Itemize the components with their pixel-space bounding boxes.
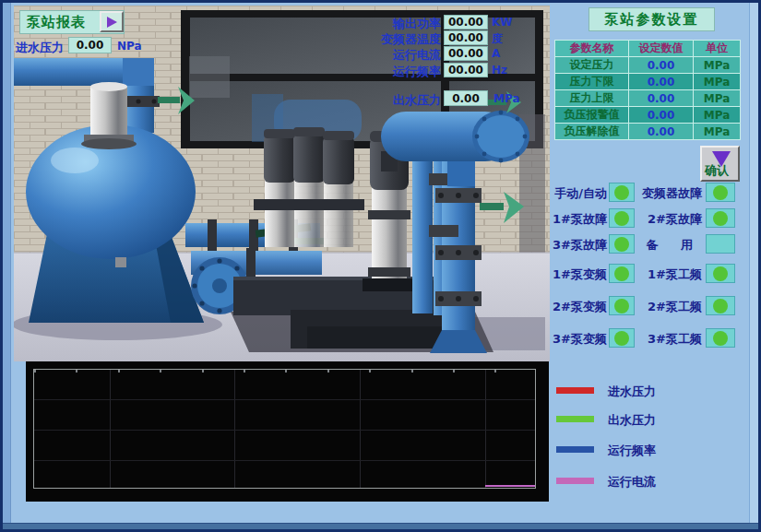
status-label-pump3-vfd: 3#泵变频 <box>519 331 607 348</box>
status-label-pump3-fault: 3#泵故障 <box>519 237 607 254</box>
led-icon <box>713 331 728 346</box>
status-label-vfd-fault: 变频器故障 <box>637 185 702 202</box>
outlet-pressure-value: 0.00 <box>444 90 488 106</box>
param-name: 压力上限 <box>555 90 629 107</box>
led-icon <box>614 237 629 252</box>
legend-label-run-frequency: 运行频率 <box>608 443 656 459</box>
settings-row: 压力下限 0.00 MPa <box>555 74 741 90</box>
param-name: 设定压力 <box>555 57 629 74</box>
legend-swatch-inlet-pressure <box>556 387 594 394</box>
status-led-pump2-fault <box>706 208 735 228</box>
outlet-pressure-label: 出水压力 <box>367 92 441 109</box>
settings-title: 泵站参数设置 <box>589 7 715 31</box>
col-unit: 单位 <box>694 41 741 57</box>
inverter-temp-value: 00.00 <box>444 30 488 45</box>
param-value[interactable]: 0.00 <box>629 57 694 74</box>
inlet-pressure-unit: NPa <box>117 40 142 53</box>
trend-chart <box>26 361 549 502</box>
param-unit: MPa <box>694 57 741 74</box>
led-icon <box>713 299 728 313</box>
frame-bottom-edge <box>3 523 758 529</box>
status-led-pump2-line <box>706 296 735 315</box>
status-led-pump3-line <box>706 328 735 348</box>
legend-swatch-run-frequency <box>556 446 594 453</box>
gridline <box>34 460 535 461</box>
param-name: 负压解除值 <box>555 124 629 140</box>
param-unit: MPa <box>694 74 741 90</box>
run-current-trace <box>485 485 535 487</box>
led-icon <box>614 331 629 346</box>
col-param-name: 参数名称 <box>555 41 629 57</box>
status-label-pump2-line: 2#泵工频 <box>637 299 702 315</box>
status-label-auto-manual: 手动/自动 <box>519 185 607 202</box>
led-icon <box>614 299 629 313</box>
status-led-spare <box>706 234 735 254</box>
legend-label-inlet-pressure: 进水压力 <box>608 384 656 400</box>
param-unit: MPa <box>694 90 741 107</box>
frame-left-edge <box>3 3 11 523</box>
param-name: 压力下限 <box>555 74 629 90</box>
legend-label-outlet-pressure: 出水压力 <box>608 412 656 429</box>
led-icon <box>614 266 629 281</box>
inverter-temp-unit: 度 <box>492 31 503 47</box>
run-frequency-unit: Hz <box>492 64 507 77</box>
inlet-pressure-label: 进水压力 <box>16 40 64 56</box>
settings-row: 设定压力 0.00 MPa <box>555 57 741 74</box>
param-value[interactable]: 0.00 <box>629 74 694 90</box>
confirm-button[interactable]: 确认 <box>700 146 740 182</box>
legend-swatch-run-current <box>556 478 594 484</box>
param-unit: MPa <box>694 107 741 124</box>
pressure-tank <box>26 124 204 323</box>
status-label-pump1-fault: 1#泵故障 <box>519 211 607 228</box>
status-led-vfd-fault <box>706 183 735 202</box>
status-led-pump2-vfd <box>609 296 635 315</box>
led-icon <box>713 211 728 226</box>
output-power-value: 00.00 <box>444 15 488 30</box>
output-power-unit: KW <box>492 16 513 29</box>
gridline <box>360 370 361 488</box>
run-current-unit: A <box>492 47 500 60</box>
settings-row: 压力上限 0.00 MPa <box>555 90 741 107</box>
output-power-label: 输出功率 <box>358 16 441 32</box>
run-frequency-value: 00.00 <box>444 63 488 77</box>
param-value[interactable]: 0.00 <box>629 124 694 140</box>
led-icon <box>614 211 629 226</box>
param-value[interactable]: 0.00 <box>629 107 694 124</box>
status-label-pump1-line: 1#泵工频 <box>637 266 702 283</box>
status-led-pump1-line <box>706 264 735 283</box>
settings-table: 参数名称 设定数值 单位 设定压力 0.00 MPa 压力下限 0.00 MPa… <box>554 40 741 140</box>
play-icon <box>107 17 117 28</box>
trend-plot-area <box>33 369 536 489</box>
inverter-temp-label: 变频器温度 <box>358 31 441 48</box>
run-current-value: 00.00 <box>444 46 488 61</box>
gridline <box>34 399 535 400</box>
settings-row: 负压解除值 0.00 MPa <box>555 124 741 140</box>
confirm-label: 确认 <box>705 162 729 179</box>
status-led-pump3-fault <box>609 234 635 254</box>
outlet-pressure-unit: MPa <box>493 92 520 105</box>
status-label-spare: 备 用 <box>637 237 702 254</box>
status-led-auto-manual <box>609 183 635 202</box>
hmi-screen: 泵站报表 进水压力 0.00 NPa 输出功率 00.00 KW 变频器温度 0… <box>0 0 761 532</box>
status-label-pump1-vfd: 1#泵变频 <box>519 266 607 283</box>
param-unit: MPa <box>694 124 741 140</box>
settings-header-row: 参数名称 设定数值 单位 <box>555 41 741 57</box>
led-icon <box>614 185 629 200</box>
legend-label-run-current: 运行电流 <box>608 474 656 491</box>
status-led-pump1-vfd <box>609 264 635 283</box>
gridline <box>234 370 235 488</box>
status-label-pump2-vfd: 2#泵变频 <box>519 299 607 315</box>
inlet-pressure-value: 0.00 <box>68 37 112 53</box>
frame-right-edge <box>749 3 758 523</box>
param-name: 负压报警值 <box>555 107 629 124</box>
run-frequency-label: 运行频率 <box>358 64 441 80</box>
gridline <box>485 370 486 488</box>
legend-swatch-outlet-pressure <box>556 416 594 422</box>
settings-row: 负压报警值 0.00 MPa <box>555 107 741 124</box>
gridline <box>110 370 111 488</box>
gridline <box>34 430 535 431</box>
report-play-button[interactable] <box>100 11 124 32</box>
led-icon <box>713 185 728 200</box>
run-current-label: 运行电流 <box>358 47 441 64</box>
param-value[interactable]: 0.00 <box>629 90 694 107</box>
